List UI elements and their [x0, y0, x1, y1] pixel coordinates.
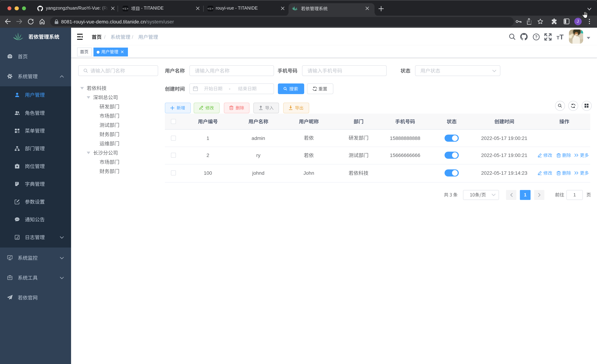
- svg-text:T: T: [557, 35, 559, 40]
- svg-text:<t>: <t>: [123, 7, 128, 10]
- svg-text:?: ?: [535, 34, 537, 39]
- svg-text:T: T: [559, 34, 564, 40]
- svg-text:<t>: <t>: [208, 7, 213, 10]
